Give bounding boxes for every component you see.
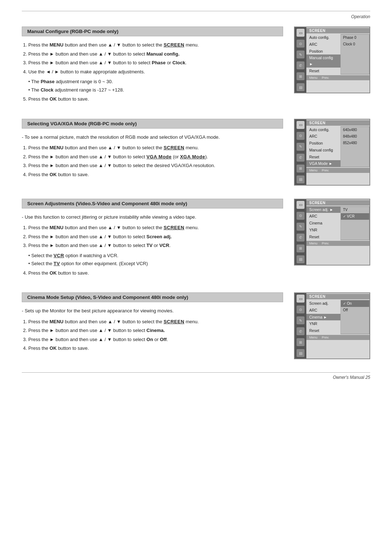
osd-footer: MenuPrev.: [306, 241, 369, 246]
osd-menu-row: Reset: [306, 234, 340, 240]
section-cinema-mode: Cinema Mode Setup (Video, S-Video and Co…: [22, 292, 370, 359]
osd-sidebar-icon: ▭: [297, 201, 305, 209]
step-item: Press the ► button and then use ▲ / ▼ bu…: [28, 153, 283, 161]
osd-menu-row: Reset: [306, 327, 340, 334]
osd-submenu-row: 852x480: [341, 140, 369, 146]
section-visual: ▭⊙✎✆⊞▤SCREENScreen adj. ►ARCCinemaYNRRes…: [294, 199, 370, 280]
osd-mockup: ▭⊙✎✆⊞▤SCREENAuto config.ARCPositionManua…: [294, 27, 370, 93]
osd-sidebar-icon: ✎: [297, 316, 305, 324]
osd-menu-row: Screen adj.: [306, 300, 340, 307]
osd-mockup: ▭⊙✎✆⊞▤SCREENAuto config.ARCPositionManua…: [294, 119, 370, 186]
step-item: Press the OK button to save.: [28, 270, 283, 277]
osd-footer: MenuPrev.: [306, 335, 369, 340]
osd-menu-row: VGA Mode ►: [306, 160, 340, 167]
osd-sidebar-icon: ✎: [297, 50, 305, 58]
step-item: Press the ► button and then use ▲ / ▼ bu…: [28, 242, 283, 249]
osd-menu-row: YNR: [306, 320, 340, 327]
osd-sidebar-icon: ▭: [297, 295, 305, 303]
page-footer: Owner's Manual 25: [22, 375, 370, 380]
section-content: Selecting VGA/XGA Mode (RGB-PC mode only…: [22, 119, 283, 186]
step-item: Press the ► button and then use ▲ / ▼ bu…: [28, 327, 283, 334]
osd-sidebar-icon: ✆: [297, 327, 305, 335]
osd-menu-row: Auto config.: [306, 34, 340, 41]
osd-sidebar-icon: ⊙: [297, 305, 305, 313]
step-item: Use the ◄ / ► button to make appropriate…: [28, 68, 283, 76]
osd-sidebar-icon: ⊞: [297, 338, 305, 346]
section-title: Screen Adjustments (Video.S-Video and Co…: [22, 199, 283, 208]
osd-sidebar-icon: ▤: [297, 255, 305, 263]
osd-submenu-row: ✓ On: [341, 300, 369, 307]
section-visual: ▭⊙✎✆⊞▤SCREENAuto config.ARCPositionManua…: [294, 27, 370, 106]
osd-header: SCREEN: [306, 200, 369, 206]
section-intro: Sets up the Monitor for the best picture…: [22, 307, 283, 315]
osd-menu-row: Position: [306, 140, 340, 147]
osd-header: SCREEN: [306, 28, 369, 33]
osd-menu-row: ARC: [306, 307, 340, 314]
osd-sidebar-icon: ✎: [297, 143, 305, 151]
section-manual-configure: Manual Configure (RGB-PC mode only)Press…: [22, 27, 370, 106]
osd-mockup: ▭⊙✎✆⊞▤SCREENScreen adj.ARCCinema ►YNRRes…: [294, 292, 370, 359]
bullet-list: The Phase adjustment range is 0 ~ 30.The…: [28, 78, 283, 93]
osd-submenu-row: 848x480: [341, 133, 369, 140]
section-visual: ▭⊙✎✆⊞▤SCREENScreen adj.ARCCinema ►YNRRes…: [294, 292, 370, 359]
step-item: Press the OK button to save.: [28, 96, 283, 103]
step-item: Press the MENU button and then use ▲ / ▼…: [28, 144, 283, 151]
osd-sidebar-icon: ⊙: [297, 40, 305, 48]
step-item: Press the OK button to save.: [28, 345, 283, 352]
osd-sidebar-icon: ▭: [297, 121, 305, 129]
osd-menu-row: Auto config.: [306, 126, 340, 133]
osd-menu-row: ARC: [306, 133, 340, 140]
section-title: Selecting VGA/XGA Mode (RGB-PC mode only…: [22, 119, 283, 129]
bullet-item: The Clock adjustment range is -127 ~ +12…: [28, 86, 283, 94]
osd-sidebar-icon: ⊙: [297, 132, 305, 140]
steps-list: Press the MENU button and then use ▲ / ▼…: [28, 41, 283, 75]
section-visual: ▭⊙✎✆⊞▤SCREENAuto config.ARCPositionManua…: [294, 119, 370, 186]
step-item: Press the ► button and then use ▲ / ▼ bu…: [28, 59, 283, 66]
osd-sidebar-icon: ▭: [297, 29, 305, 37]
steps-list: Press the MENU button and then use ▲ / ▼…: [28, 144, 283, 178]
step-item: Press the ► button and then use ▲ / ▼ bu…: [28, 233, 283, 240]
osd-menu-row: Position: [306, 48, 340, 55]
page: Operation Manual Configure (RGB-PC mode …: [0, 0, 392, 402]
osd-mockup: ▭⊙✎✆⊞▤SCREENScreen adj. ►ARCCinemaYNRRes…: [294, 199, 370, 266]
osd-submenu-row: Phase 0: [341, 35, 369, 41]
step-item: Press the ► button and then use ▲ / ▼ bu…: [28, 162, 283, 169]
osd-sidebar-icon: ▤: [297, 349, 305, 357]
osd-submenu-row: 640x480: [341, 127, 369, 133]
osd-submenu-row: Off: [341, 307, 369, 313]
bullet-list: Select the VCR option if watching a VCR.…: [28, 252, 283, 267]
step-item: Press the ► button and then use ▲ / ▼ bu…: [28, 50, 283, 58]
osd-submenu-row: TV: [341, 207, 369, 213]
section-selecting-vga: Selecting VGA/XGA Mode (RGB-PC mode only…: [22, 119, 370, 186]
steps-list: Press the MENU button and then use ▲ / ▼…: [28, 318, 283, 352]
bottom-rule: [22, 372, 370, 373]
osd-sidebar-icon: ▤: [297, 83, 305, 91]
step-item: Press the ► button and then use ▲ / ▼ bu…: [28, 336, 283, 343]
bullet-item: Select the TV option for other equipment…: [28, 260, 283, 267]
section-content: Screen Adjustments (Video.S-Video and Co…: [22, 199, 283, 280]
osd-sidebar-icon: ✆: [297, 154, 305, 162]
extra-steps-list: Press the OK button to save.: [28, 270, 283, 277]
osd-footer: MenuPrev.: [306, 168, 369, 173]
step-item: Press the MENU button and then use ▲ / ▼…: [28, 318, 283, 325]
bullet-item: The Phase adjustment range is 0 ~ 30.: [28, 78, 283, 85]
section-title: Cinema Mode Setup (Video, S-Video and Co…: [22, 292, 283, 302]
section-title: Manual Configure (RGB-PC mode only): [22, 27, 283, 36]
osd-sidebar-icon: ✎: [297, 223, 305, 231]
section-content: Manual Configure (RGB-PC mode only)Press…: [22, 27, 283, 106]
osd-sidebar-icon: ⊞: [297, 72, 305, 80]
osd-menu-row: YNR: [306, 227, 340, 234]
osd-menu-row: Reset: [306, 68, 340, 74]
step-item: Press the OK button to save.: [28, 171, 283, 178]
extra-steps-list: Press the OK button to save.: [28, 96, 283, 103]
step-item: Press the MENU button and then use ▲ / ▼…: [28, 41, 283, 49]
step-item: Press the MENU button and then use ▲ / ▼…: [28, 224, 283, 231]
osd-submenu-row: ✓ VCR: [341, 213, 369, 220]
bullet-item: Select the VCR option if watching a VCR.: [28, 252, 283, 259]
steps-list: Press the MENU button and then use ▲ / ▼…: [28, 224, 283, 249]
osd-menu-row: Manual config: [306, 147, 340, 154]
osd-header: SCREEN: [306, 294, 369, 299]
section-screen-adjustments: Screen Adjustments (Video.S-Video and Co…: [22, 199, 370, 280]
osd-submenu-row: Clock 0: [341, 41, 369, 48]
osd-sidebar-icon: ▤: [297, 175, 305, 183]
